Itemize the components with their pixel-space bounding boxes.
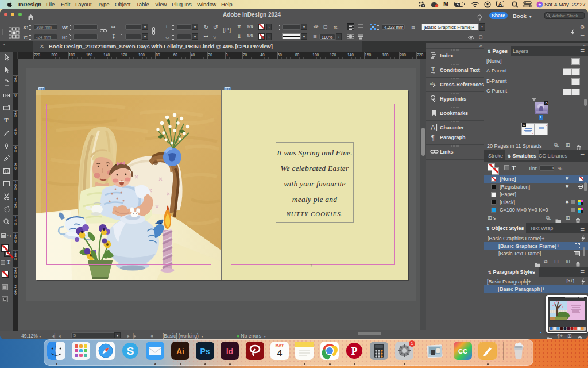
svg-text:P: P [351, 346, 358, 357]
svg-text:CC: CC [458, 348, 467, 355]
svg-text:MAY: MAY [276, 343, 284, 347]
svg-text:S: S [127, 345, 134, 357]
svg-text:Ai: Ai [176, 347, 184, 356]
svg-text:T: T [431, 66, 435, 72]
svg-text:Id: Id [226, 347, 233, 356]
svg-text:Ps: Ps [200, 347, 210, 356]
svg-text:4: 4 [277, 348, 283, 358]
svg-text:¶: ¶ [431, 133, 435, 141]
